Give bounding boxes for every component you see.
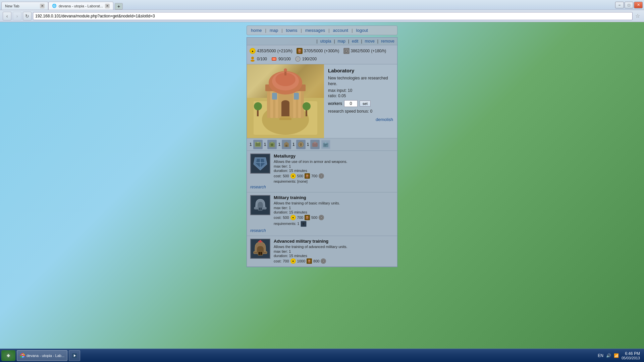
taskbar-media[interactable] [69, 350, 80, 361]
advanced-tier: max tier: 1 [274, 249, 394, 253]
wood-icon-small-3: 🪵 [307, 258, 312, 264]
slot-number-2: 1 [264, 142, 266, 147]
tab-close-active[interactable]: ✕ [105, 4, 110, 8]
svg-rect-29 [279, 118, 291, 120]
svg-rect-23 [294, 93, 299, 100]
address-bar[interactable] [33, 12, 633, 20]
building-title: Laboratory [328, 68, 393, 73]
nav-home[interactable]: home [251, 28, 262, 33]
stat1-icon [250, 56, 256, 62]
stat2-item: 90/100 [271, 56, 291, 62]
action-edit[interactable]: edit [352, 39, 358, 44]
maximize-button[interactable]: □ [625, 2, 633, 8]
stone-icon: ⬡ [343, 48, 350, 54]
action-bar: | utopia | map | edit | move | remove [247, 38, 397, 45]
wood-value: 3705/5000 [304, 49, 323, 53]
nav-sep-4: | [328, 28, 329, 33]
stat1-value: 0/100 [257, 57, 267, 61]
metallurgy-research-link[interactable]: research [250, 185, 394, 189]
stat3-item: 190/200 [295, 56, 317, 62]
slot-icon-active[interactable] [321, 140, 330, 149]
research-details-advanced: Advanced military training Allows the tr… [274, 239, 394, 264]
metallurgy-req: requirements: [none] [274, 179, 394, 183]
advanced-duration: duration: 15 minutes [274, 254, 394, 258]
nav-messages[interactable]: messages [305, 28, 325, 33]
clock: 6:46 PM 05/03/2013 [622, 351, 640, 360]
military-req: requirements: 1 🗡 [274, 221, 394, 227]
svg-rect-36 [285, 145, 287, 147]
new-tab-button[interactable]: + [115, 3, 123, 10]
research-image-metallurgy [250, 154, 270, 174]
gold-icon-small-2: ● [290, 215, 296, 220]
svg-rect-41 [325, 142, 326, 143]
browser-toolbar: ‹ › ↻ ☆ [0, 10, 644, 22]
action-sep5: | [377, 39, 378, 44]
svg-point-1 [251, 60, 255, 62]
forward-button[interactable]: › [13, 12, 21, 20]
slot-icon-4[interactable] [296, 140, 306, 149]
stat3-icon [295, 56, 301, 62]
gold-value: 4353/5000 [257, 49, 276, 53]
slot-icon-1[interactable] [253, 140, 263, 149]
tab-close-new[interactable]: ✕ [40, 4, 45, 8]
nav-map[interactable]: map [270, 28, 278, 33]
advanced-cost: cost: 700 ● 1000 🪵 800 ⬡ [274, 258, 394, 264]
svg-rect-31 [256, 143, 260, 146]
nav-account[interactable]: account [333, 28, 348, 33]
tab-new[interactable]: New Tab ✕ [1, 2, 48, 10]
resource-bar: ● 4353/5000 (+210/h) 🪵 3705/5000 (+300/h… [247, 45, 397, 64]
action-utopia[interactable]: utopia [320, 39, 331, 44]
svg-point-19 [284, 68, 287, 72]
military-cost-wood: 700 [297, 216, 303, 220]
nav-logout[interactable]: logout [356, 28, 368, 33]
taskbar-right: EN 🔊 📶 6:46 PM 05/03/2013 [595, 351, 643, 360]
taskbar-network-icon: 📶 [614, 353, 619, 358]
svg-point-21 [281, 100, 289, 106]
nav-sep-1: | [265, 28, 266, 33]
slot-icon-5[interactable] [310, 140, 320, 149]
bookmark-star-icon[interactable]: ☆ [634, 12, 641, 20]
taskbar-lang: EN [598, 353, 603, 358]
research-details-metallurgy: Metallurgy Allows the use of iron in arm… [274, 154, 394, 183]
svg-rect-22 [272, 93, 277, 100]
refresh-button[interactable]: ↻ [23, 12, 32, 20]
building-info: Laboratory New technologies are research… [324, 64, 397, 138]
action-remove[interactable]: remove [381, 39, 394, 44]
nav-towns[interactable]: towns [286, 28, 298, 33]
taskbar-chrome[interactable]: devana - utopia - Lab... [17, 350, 67, 361]
workers-row: workers set [328, 100, 393, 107]
gold-rate: (+210/h) [277, 49, 292, 53]
set-workers-button[interactable]: set [360, 101, 371, 107]
action-move[interactable]: move [365, 39, 375, 44]
slot-number-4: 1 [292, 142, 295, 147]
start-button[interactable] [1, 350, 15, 361]
nav-sep-2: | [281, 28, 282, 33]
minimize-button[interactable]: − [615, 2, 624, 8]
slot-icon-3[interactable] [282, 140, 291, 149]
nav-sep-5: | [352, 28, 353, 33]
svg-point-5 [297, 58, 299, 60]
action-map[interactable]: map [338, 39, 345, 44]
svg-rect-49 [258, 207, 262, 210]
metallurgy-duration: duration: 15 minutes [274, 169, 394, 173]
svg-point-0 [251, 57, 254, 59]
slot-icon-2[interactable] [267, 140, 277, 149]
tab-devana[interactable]: 🌐 devana - utopia - Laborat... ✕ [48, 2, 113, 10]
military-desc: Allows the training of basic military un… [274, 201, 394, 205]
military-cost-stone: 500 [311, 216, 317, 220]
metallurgy-cost: cost: 500 ● 500 🪵 700 ⬡ [274, 173, 394, 179]
workers-input[interactable] [344, 100, 358, 107]
slot-number-3: 1 [278, 142, 280, 147]
svg-rect-54 [260, 240, 261, 243]
slot-bar: 1 1 [247, 138, 397, 150]
research-item-military: Military training Allows the training of… [247, 192, 397, 236]
demolish-link[interactable]: demolish [328, 117, 393, 122]
research-item-metallurgy: Metallurgy Allows the use of iron in arm… [247, 151, 397, 192]
gold-icon-small: ● [290, 173, 296, 179]
military-cost: cost: 500 ● 700 🪵 500 ⬡ [274, 215, 394, 220]
back-button[interactable]: ‹ [3, 12, 11, 20]
taskbar-chrome-label: devana - utopia - Lab... [26, 354, 64, 358]
game-panel: | utopia | map | edit | move | remove [247, 37, 397, 267]
close-button[interactable]: ✕ [634, 2, 643, 8]
military-research-link[interactable]: research [250, 228, 394, 233]
